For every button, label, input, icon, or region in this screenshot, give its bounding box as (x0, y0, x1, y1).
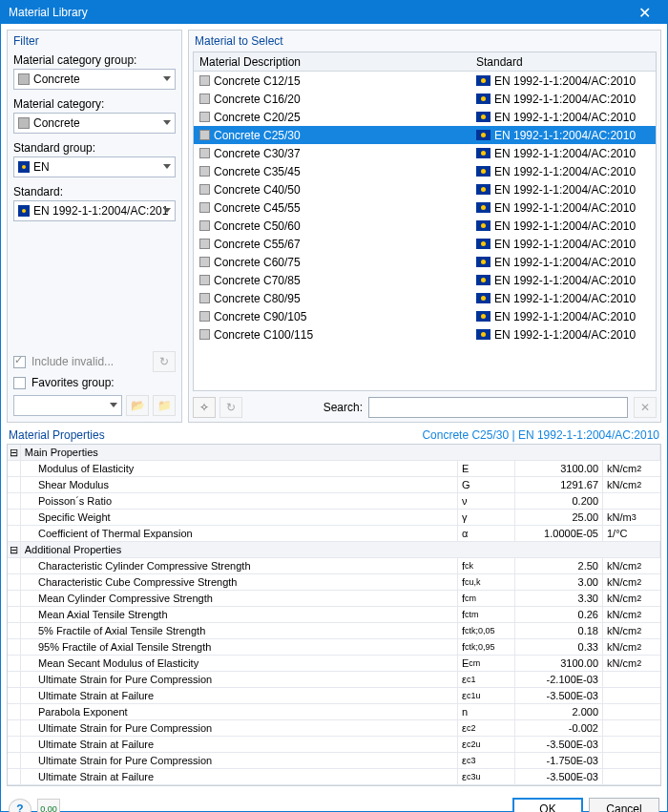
dialog-content: Filter Material category group: Concrete… (1, 24, 667, 812)
material-row[interactable]: Concrete C50/60EN 1992-1-1:2004/AC:2010 (194, 217, 656, 235)
property-symbol: fcu,k (458, 574, 515, 590)
property-value: 0.18 (515, 623, 603, 638)
property-row[interactable]: Characteristic Cube Compressive Strength… (8, 574, 660, 591)
clear-search-button[interactable]: ✕ (634, 397, 657, 418)
include-invalid-checkbox[interactable] (13, 356, 26, 368)
create-material-button[interactable]: ✧ (193, 397, 216, 418)
col-description[interactable]: Material Description (194, 55, 470, 69)
copy-material-button[interactable]: ↻ (219, 397, 242, 418)
property-symbol: α (458, 526, 515, 541)
property-row[interactable]: 5% Fractile of Axial Tensile Strengthfct… (8, 623, 660, 639)
material-row[interactable]: Concrete C30/37EN 1992-1-1:2004/AC:2010 (194, 144, 656, 162)
property-unit (603, 769, 660, 784)
property-value: 3.30 (515, 591, 603, 606)
material-row[interactable]: Concrete C70/85EN 1992-1-1:2004/AC:2010 (194, 271, 656, 289)
property-name: Modulus of Elasticity (21, 461, 458, 476)
property-unit: kN/cm2 (603, 558, 660, 573)
property-unit: kN/cm2 (603, 607, 660, 622)
material-row[interactable]: Concrete C80/95EN 1992-1-1:2004/AC:2010 (194, 289, 656, 307)
material-row[interactable]: Concrete C45/55EN 1992-1-1:2004/AC:2010 (194, 198, 656, 217)
property-row[interactable]: Specific Weightγ25.00kN/m3 (8, 510, 660, 526)
property-row[interactable]: Characteristic Cylinder Compressive Stre… (8, 558, 660, 574)
property-value: 3100.00 (515, 461, 603, 476)
concrete-icon (18, 117, 30, 129)
include-toggle-button[interactable]: ↻ (153, 351, 176, 372)
material-icon (199, 257, 210, 267)
property-row[interactable]: Modulus of ElasticityE3100.00kN/cm2 (8, 461, 660, 477)
property-symbol: εc2u (458, 737, 515, 752)
material-row[interactable]: Concrete C60/75EN 1992-1-1:2004/AC:2010 (194, 253, 656, 271)
material-row[interactable]: Concrete C90/105EN 1992-1-1:2004/AC:2010 (194, 307, 656, 325)
property-row[interactable]: Mean Secant Modulus of ElasticityEcm3100… (8, 656, 660, 672)
property-unit: 1/°C (603, 526, 660, 541)
col-standard[interactable]: Standard (470, 55, 656, 69)
category-dropdown[interactable]: Concrete (13, 113, 176, 134)
property-symbol: εc3 (458, 753, 515, 768)
material-row[interactable]: Concrete C16/20EN 1992-1-1:2004/AC:2010 (194, 90, 656, 108)
material-icon (199, 275, 210, 285)
property-section-header[interactable]: ⊟Main Properties (8, 445, 660, 461)
cancel-button[interactable]: Cancel (589, 798, 659, 812)
property-row[interactable]: Parabola Exponentn2.000 (8, 704, 660, 720)
titlebar: Material Library ✕ (1, 1, 667, 24)
material-icon (199, 202, 210, 213)
search-input[interactable] (368, 397, 628, 418)
favorites-controls: 📂 📁 (13, 395, 176, 416)
list-body[interactable]: Concrete C12/15EN 1992-1-1:2004/AC:2010C… (194, 72, 656, 390)
property-row[interactable]: Mean Cylinder Compressive Strengthfcm3.3… (8, 591, 660, 607)
property-name: 5% Fractile of Axial Tensile Strength (21, 623, 458, 638)
property-row[interactable]: Coefficient of Thermal Expansionα1.0000E… (8, 526, 660, 542)
help-button[interactable]: ? (9, 799, 31, 812)
material-std: EN 1992-1-1:2004/AC:2010 (494, 129, 636, 142)
property-name: Parabola Exponent (21, 704, 458, 719)
property-row[interactable]: Ultimate Strain at Failureεc2u-3.500E-03 (8, 737, 660, 753)
property-unit: kN/cm2 (603, 656, 660, 671)
material-desc: Concrete C30/37 (214, 147, 301, 160)
property-row[interactable]: Ultimate Strain for Pure Compressionεc3-… (8, 753, 660, 769)
material-row[interactable]: Concrete C25/30EN 1992-1-1:2004/AC:2010 (194, 126, 656, 144)
property-row[interactable]: Ultimate Strain at Failureεc1u-3.500E-03 (8, 688, 660, 704)
property-row[interactable]: Mean Axial Tensile Strengthfctm0.26kN/cm… (8, 607, 660, 623)
material-row[interactable]: Concrete C12/15EN 1992-1-1:2004/AC:2010 (194, 72, 656, 90)
label-standard: Standard: (13, 185, 176, 198)
favorites-new-button[interactable]: 📂 (126, 395, 149, 416)
property-row[interactable]: 95% Fractile of Axial Tensile Strengthfc… (8, 639, 660, 656)
property-row[interactable]: Ultimate Strain for Pure Compressionεc1-… (8, 672, 660, 688)
property-section-header[interactable]: ⊟Additional Properties (8, 542, 660, 558)
material-row[interactable]: Concrete C100/115EN 1992-1-1:2004/AC:201… (194, 325, 656, 344)
collapse-icon[interactable]: ⊟ (8, 542, 21, 557)
search-bar: ✧ ↻ Search: ✕ (193, 397, 657, 418)
favorites-dropdown[interactable] (13, 395, 122, 416)
properties-grid[interactable]: ⊟Main PropertiesModulus of ElasticityE31… (7, 444, 661, 786)
material-list[interactable]: Material Description Standard Concrete C… (193, 52, 657, 391)
property-row[interactable]: Ultimate Strain for Pure Compressionεc2-… (8, 720, 660, 737)
favorites-open-button[interactable]: 📁 (153, 395, 176, 416)
property-row[interactable]: Poisson´s Ratioν0.200 (8, 493, 660, 510)
property-value: -1.750E-03 (515, 753, 603, 768)
material-row[interactable]: Concrete C20/25EN 1992-1-1:2004/AC:2010 (194, 108, 656, 126)
top-area: Filter Material category group: Concrete… (7, 30, 661, 423)
standard-dropdown[interactable]: EN 1992-1-1:2004/AC:201 (13, 200, 176, 221)
category-group-dropdown[interactable]: Concrete (13, 69, 176, 90)
property-symbol: εc2 (458, 720, 515, 736)
chevron-down-icon (163, 164, 171, 169)
units-button[interactable]: 0.00 (37, 799, 60, 812)
close-button[interactable]: ✕ (625, 1, 663, 24)
property-symbol: Ecm (458, 656, 515, 671)
material-row[interactable]: Concrete C55/67EN 1992-1-1:2004/AC:2010 (194, 235, 656, 253)
ok-button[interactable]: OK (512, 798, 583, 812)
material-desc: Concrete C90/105 (214, 310, 306, 323)
property-row[interactable]: Shear ModulusG1291.67kN/cm2 (8, 477, 660, 493)
favorites-checkbox[interactable] (13, 377, 26, 389)
property-row[interactable]: Ultimate Strain at Failureεc3u-3.500E-03 (8, 769, 660, 785)
filter-title: Filter (10, 32, 179, 52)
material-row[interactable]: Concrete C40/50EN 1992-1-1:2004/AC:2010 (194, 180, 656, 198)
chevron-down-icon (163, 76, 171, 81)
properties-context: Concrete C25/30 | EN 1992-1-1:2004/AC:20… (422, 428, 659, 442)
property-name: Specific Weight (21, 510, 458, 525)
collapse-icon[interactable]: ⊟ (8, 445, 21, 460)
standard-group-dropdown[interactable]: EN (13, 156, 176, 177)
material-row[interactable]: Concrete C35/45EN 1992-1-1:2004/AC:2010 (194, 162, 656, 180)
material-std: EN 1992-1-1:2004/AC:2010 (494, 74, 636, 88)
eu-flag-icon (476, 311, 491, 322)
